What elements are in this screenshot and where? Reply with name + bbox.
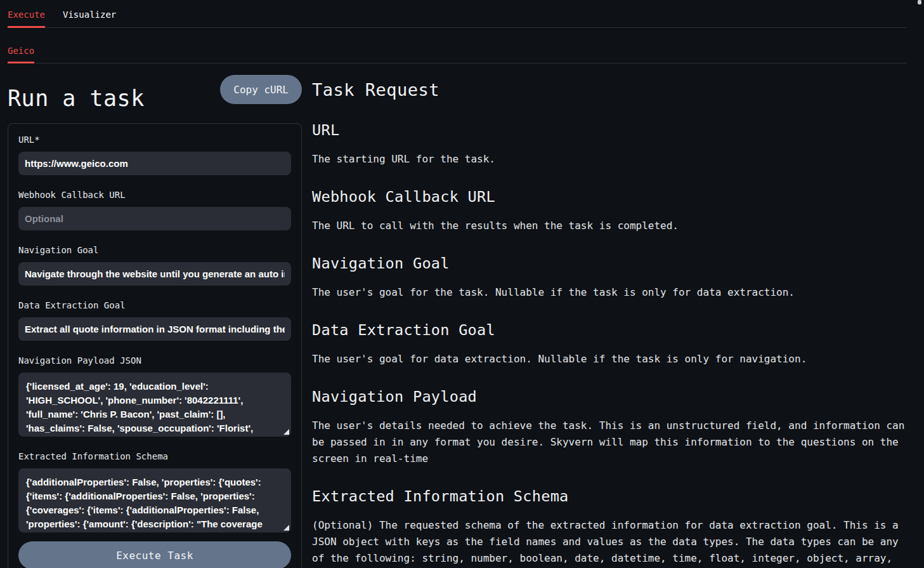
doc-section-extracted-information-schema: Extracted Information Schema (Optional) … bbox=[312, 487, 907, 568]
doc-body-url: The starting URL for the task. bbox=[312, 151, 907, 168]
resize-grip-icon[interactable] bbox=[283, 429, 289, 435]
extracted-schema-textarea[interactable]: {'additionalProperties': False, 'propert… bbox=[18, 468, 291, 532]
doc-section-data-extraction-goal: Data Extraction Goal The user's goal for… bbox=[312, 320, 907, 367]
navigation-goal-label: Navigation Goal bbox=[18, 245, 291, 256]
webhook-callback-field: Webhook Callback URL bbox=[18, 190, 291, 230]
navigation-goal-field: Navigation Goal bbox=[18, 245, 291, 286]
run-task-panel: Run a task Copy cURL URL* Webhook Callba… bbox=[8, 75, 302, 568]
extracted-schema-label: Extracted Information Schema bbox=[18, 451, 291, 462]
doc-body-extracted-information-schema: (Optional) The requested schema of the e… bbox=[312, 517, 907, 568]
doc-heading-data-extraction-goal: Data Extraction Goal bbox=[312, 320, 907, 340]
url-label: URL* bbox=[18, 135, 291, 145]
url-field: URL* bbox=[18, 135, 291, 175]
doc-body-data-extraction-goal: The user's goal for data extraction. Nul… bbox=[312, 351, 907, 367]
navigation-payload-wrap: {'licensed_at_age': 19, 'education_level… bbox=[18, 373, 291, 437]
webhook-callback-label: Webhook Callback URL bbox=[18, 190, 291, 201]
tab-visualizer[interactable]: Visualizer bbox=[63, 0, 116, 27]
webhook-callback-input[interactable] bbox=[18, 207, 291, 230]
execute-task-button[interactable]: Execute Task bbox=[18, 541, 291, 568]
primary-tabbar: Execute Visualizer bbox=[8, 0, 907, 28]
data-extraction-goal-label: Data Extraction Goal bbox=[18, 300, 291, 311]
tab-geico[interactable]: Geico bbox=[8, 28, 34, 63]
doc-section-webhook-callback-url: Webhook Callback URL The URL to call wit… bbox=[312, 187, 907, 234]
docs-title: Task Request bbox=[312, 79, 907, 101]
doc-heading-navigation-payload: Navigation Payload bbox=[312, 387, 907, 407]
main-content: Run a task Copy cURL URL* Webhook Callba… bbox=[0, 63, 924, 568]
navigation-payload-field: Navigation Payload JSON {'licensed_at_ag… bbox=[18, 355, 291, 437]
data-extraction-goal-input[interactable] bbox=[18, 317, 291, 341]
url-input[interactable] bbox=[18, 152, 291, 175]
run-task-header: Run a task Copy cURL bbox=[8, 75, 302, 113]
docs-panel: Task Request URL The starting URL for th… bbox=[312, 75, 907, 568]
copy-curl-button[interactable]: Copy cURL bbox=[220, 75, 302, 104]
doc-heading-url: URL bbox=[312, 121, 907, 140]
page-title: Run a task bbox=[8, 84, 145, 113]
tab-visualizer-label: Visualizer bbox=[63, 10, 116, 20]
task-form-card: URL* Webhook Callback URL Navigation Goa… bbox=[8, 123, 302, 568]
secondary-tabbar: Geico bbox=[8, 28, 907, 63]
navigation-payload-textarea[interactable]: {'licensed_at_age': 19, 'education_level… bbox=[18, 373, 291, 437]
doc-section-url: URL The starting URL for the task. bbox=[312, 121, 907, 168]
doc-section-navigation-goal: Navigation Goal The user's goal for the … bbox=[312, 254, 907, 301]
doc-heading-navigation-goal: Navigation Goal bbox=[312, 254, 907, 274]
tab-execute[interactable]: Execute bbox=[8, 0, 45, 27]
app-root: Execute Visualizer Geico Run a task Copy… bbox=[0, 0, 924, 568]
data-extraction-goal-field: Data Extraction Goal bbox=[18, 300, 291, 341]
doc-body-webhook-callback-url: The URL to call with the results when th… bbox=[312, 218, 907, 234]
doc-section-navigation-payload: Navigation Payload The user's details ne… bbox=[312, 387, 907, 467]
navigation-goal-input[interactable] bbox=[18, 262, 291, 286]
scrollbar-thumb-fragment[interactable] bbox=[918, 0, 921, 4]
navigation-payload-label: Navigation Payload JSON bbox=[18, 355, 291, 366]
doc-body-navigation-payload: The user's details needed to achieve the… bbox=[312, 418, 907, 467]
tab-geico-label: Geico bbox=[8, 46, 34, 56]
doc-body-navigation-goal: The user's goal for the task. Nullable i… bbox=[312, 284, 907, 301]
extracted-schema-wrap: {'additionalProperties': False, 'propert… bbox=[18, 468, 291, 532]
resize-grip-icon[interactable] bbox=[283, 525, 289, 531]
doc-heading-webhook-callback-url: Webhook Callback URL bbox=[312, 187, 907, 207]
tab-execute-label: Execute bbox=[8, 10, 45, 20]
doc-heading-extracted-information-schema: Extracted Information Schema bbox=[312, 487, 907, 506]
extracted-schema-field: Extracted Information Schema {'additiona… bbox=[18, 451, 291, 532]
